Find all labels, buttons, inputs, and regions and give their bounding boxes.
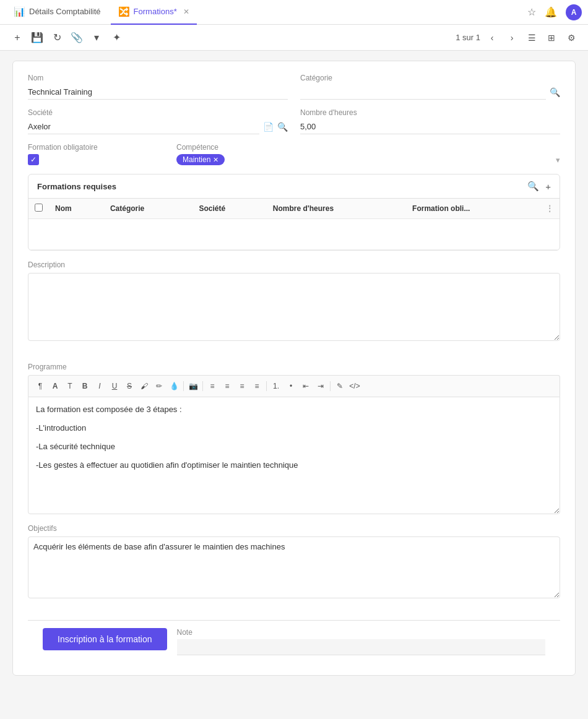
next-button[interactable]: › [504,30,520,46]
societe-search-icon[interactable]: 🔍 [277,122,288,132]
table-add-icon[interactable]: + [545,181,551,192]
bell-icon[interactable]: 🔔 [545,6,557,18]
star-icon[interactable]: ☆ [527,6,536,18]
competence-tag: Maintien ✕ [176,154,225,165]
categorie-input[interactable] [300,85,546,100]
et-edit[interactable]: ✎ [333,379,347,393]
attach-button[interactable]: 📎 [68,29,85,46]
competence-group: Compétence Maintien ✕ ▾ [176,143,560,165]
table-header-row: Formations requises 🔍 + [28,174,560,199]
table-empty-row [28,219,560,250]
et-indent-more[interactable]: ⇥ [314,379,327,393]
formations-requises-table: Nom Catégorie Société Nombre d'heures Fo… [28,199,560,250]
toolbar-right: 1 sur 1 ‹ › ☰ ⊞ ⚙ [456,30,579,46]
competence-tag-close[interactable]: ✕ [213,156,218,164]
bottom-bar: Inscription à la formation Note [28,620,560,663]
categorie-label: Catégorie [300,74,560,82]
inscription-button[interactable]: Inscription à la formation [43,628,167,650]
et-align-justify[interactable]: ≡ [250,379,264,393]
table-empty-cell [28,219,560,250]
col-check-header[interactable] [28,199,49,219]
categorie-input-row: 🔍 [300,85,560,100]
societe-input[interactable] [28,119,259,134]
save-button[interactable]: 💾 [28,29,46,46]
et-pen[interactable]: ✏ [152,379,166,393]
et-strikethrough[interactable]: S [123,379,136,393]
new-button[interactable]: + [9,29,26,46]
dropdown-button[interactable]: ▾ [88,29,105,46]
table-search-icon[interactable]: 🔍 [527,181,539,192]
tab-formations[interactable]: 🔀 Formations* ✕ [111,0,197,25]
toolbar: + 💾 ↻ 📎 ▾ ✦ 1 sur 1 ‹ › ☰ ⊞ ⚙ [0,25,588,51]
refresh-button[interactable]: ↻ [48,29,66,46]
societe-label: Société [28,108,288,117]
programme-line-4 [36,433,552,442]
avatar[interactable]: A [566,4,582,20]
comptabilite-icon: 📊 [14,6,25,17]
et-underline[interactable]: U [108,379,121,393]
prev-button[interactable]: ‹ [484,30,500,46]
list-view-button[interactable]: ☰ [524,30,540,46]
programme-label: Programme [28,363,560,371]
note-label: Note [177,628,545,637]
objectifs-textarea[interactable] [28,536,560,598]
categorie-search-icon[interactable]: 🔍 [550,87,560,97]
nombre-heures-label: Nombre d'heures [300,108,560,117]
nom-group: Nom [28,74,288,100]
et-align-left[interactable]: ≡ [205,379,219,393]
programme-line-1: La formation est composée de 3 étapes : [36,405,552,414]
table-actions: 🔍 + [527,181,551,192]
et-bold[interactable]: B [78,379,92,393]
et-align-center[interactable]: ≡ [220,379,234,393]
et-pilcrow[interactable]: ¶ [33,379,47,393]
et-font-a[interactable]: A [48,379,62,393]
nom-input[interactable] [28,85,288,100]
note-input[interactable] [177,639,545,655]
societe-doc-icon[interactable]: 📄 [263,122,274,132]
card-view-button[interactable]: ⊞ [543,30,560,46]
settings-button[interactable]: ⚙ [563,30,579,46]
programme-line-6 [36,451,552,460]
objectifs-label: Objectifs [28,524,560,533]
et-highlight[interactable]: 🖌 [137,379,151,393]
tab-comptabilite[interactable]: 📊 Détails Comptabilité [6,0,108,25]
col-more-header[interactable]: ⋮ [540,199,560,219]
description-textarea[interactable] [28,273,560,341]
competence-dropdown-arrow[interactable]: ▾ [556,155,560,165]
col-categorie-header: Catégorie [104,199,193,219]
et-sep3 [266,381,267,391]
et-ordered-list[interactable]: 1. [269,379,283,393]
nombre-heures-input[interactable] [300,119,560,134]
programme-line-5: -La sécurité technique [36,442,552,451]
et-align-right[interactable]: ≡ [235,379,249,393]
row-nom-categorie: Nom Catégorie 🔍 [28,74,560,100]
et-unordered-list[interactable]: • [284,379,298,393]
societe-group: Société 📄 🔍 [28,108,288,134]
formation-obligatoire-checkbox[interactable]: ✓ [28,154,39,165]
et-color[interactable]: 💧 [167,379,181,393]
select-all-checkbox[interactable] [35,204,43,212]
table-head: Nom Catégorie Société Nombre d'heures Fo… [28,199,560,219]
col-heures-header: Nombre d'heures [267,199,406,219]
programme-editor-content[interactable]: La formation est composée de 3 étapes : … [28,397,560,514]
editor-toolbar: ¶ A T B I U S 🖌 ✏ 💧 📷 ≡ ≡ ≡ ≡ 1. • [28,375,560,397]
checkbox-check-icon: ✓ [30,155,37,164]
societe-input-row: 📄 🔍 [28,119,288,134]
competence-tag-label: Maintien [183,155,210,164]
et-title[interactable]: T [63,379,77,393]
et-indent-less[interactable]: ⇤ [299,379,313,393]
note-group: Note [177,628,545,655]
magic-button[interactable]: ✦ [108,29,125,46]
description-section: Description [28,260,560,353]
et-sep1 [183,381,184,391]
pagination-label: 1 sur 1 [456,33,480,42]
et-code[interactable]: </> [348,379,361,393]
et-sep2 [202,381,203,391]
tab-formations-label: Formations* [134,7,177,16]
row-societe-heures: Société 📄 🔍 Nombre d'heures [28,108,560,134]
et-italic[interactable]: I [93,379,106,393]
et-image[interactable]: 📷 [186,379,200,393]
tab-formations-close[interactable]: ✕ [183,7,189,16]
competence-label: Compétence [176,143,560,152]
objectifs-section: Objectifs [28,524,560,610]
